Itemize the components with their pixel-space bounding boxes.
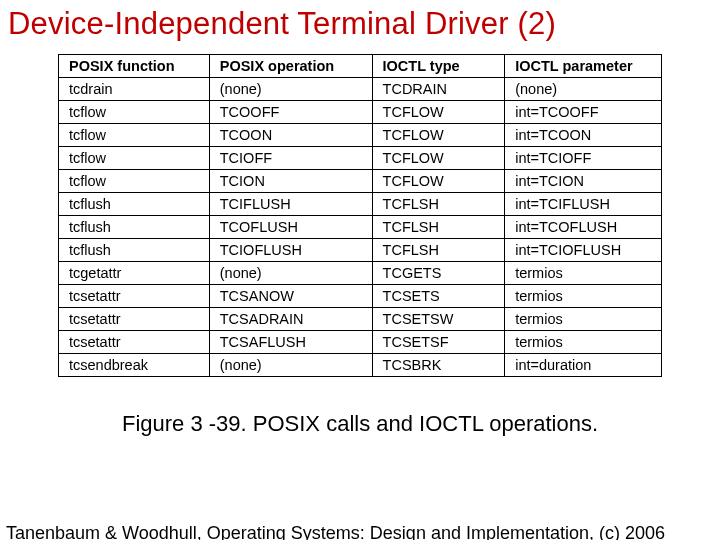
table-body: tcdrain (none) TCDRAIN (none) tcflow TCO… [59,78,662,377]
cell-operation: (none) [209,78,372,101]
cell-ioctl-type: TCSBRK [372,354,505,377]
cell-operation: TCIOFF [209,147,372,170]
cell-function: tcflow [59,124,210,147]
cell-operation: (none) [209,354,372,377]
table-row: tcflush TCOFLUSH TCFLSH int=TCOFLUSH [59,216,662,239]
table-row: tcflow TCION TCFLOW int=TCION [59,170,662,193]
cell-ioctl-param: int=TCIOFF [505,147,662,170]
table-row: tcflow TCOON TCFLOW int=TCOON [59,124,662,147]
cell-ioctl-param: int=TCIOFLUSH [505,239,662,262]
cell-ioctl-param: int=TCIFLUSH [505,193,662,216]
cell-function: tcflow [59,170,210,193]
table-row: tcflow TCOOFF TCFLOW int=TCOOFF [59,101,662,124]
cell-ioctl-type: TCGETS [372,262,505,285]
slide-title: Device-Independent Terminal Driver (2) [0,0,720,46]
table-container: POSIX function POSIX operation IOCTL typ… [58,54,662,377]
posix-ioctl-table: POSIX function POSIX operation IOCTL typ… [58,54,662,377]
table-row: tcgetattr (none) TCGETS termios [59,262,662,285]
cell-function: tcflow [59,147,210,170]
cell-operation: TCSANOW [209,285,372,308]
table-row: tcflow TCIOFF TCFLOW int=TCIOFF [59,147,662,170]
cell-ioctl-type: TCFLOW [372,124,505,147]
cell-ioctl-type: TCSETSW [372,308,505,331]
cell-function: tcflush [59,216,210,239]
cell-function: tcdrain [59,78,210,101]
table-row: tcsetattr TCSADRAIN TCSETSW termios [59,308,662,331]
cell-operation: TCION [209,170,372,193]
cell-ioctl-param: int=TCION [505,170,662,193]
cell-function: tcsetattr [59,285,210,308]
cell-operation: TCSAFLUSH [209,331,372,354]
cell-function: tcflush [59,239,210,262]
cell-operation: TCOFLUSH [209,216,372,239]
cell-function: tcflush [59,193,210,216]
cell-function: tcsendbreak [59,354,210,377]
cell-ioctl-type: TCSETS [372,285,505,308]
slide: Device-Independent Terminal Driver (2) P… [0,0,720,540]
cell-ioctl-param: int=duration [505,354,662,377]
cell-operation: TCOON [209,124,372,147]
cell-operation: TCIFLUSH [209,193,372,216]
table-row: tcflush TCIFLUSH TCFLSH int=TCIFLUSH [59,193,662,216]
figure-caption: Figure 3 -39. POSIX calls and IOCTL oper… [0,411,720,437]
cell-ioctl-type: TCSETSF [372,331,505,354]
table-row: tcsendbreak (none) TCSBRK int=duration [59,354,662,377]
cell-ioctl-param: int=TCOON [505,124,662,147]
table-row: tcsetattr TCSAFLUSH TCSETSF termios [59,331,662,354]
cell-ioctl-type: TCFLSH [372,216,505,239]
slide-footer: Tanenbaum & Woodhull, Operating Systems:… [0,523,671,540]
cell-function: tcflow [59,101,210,124]
cell-ioctl-type: TCFLSH [372,239,505,262]
cell-operation: TCIOFLUSH [209,239,372,262]
cell-ioctl-type: TCFLOW [372,170,505,193]
table-row: tcsetattr TCSANOW TCSETS termios [59,285,662,308]
cell-ioctl-param: termios [505,285,662,308]
table-row: tcdrain (none) TCDRAIN (none) [59,78,662,101]
cell-function: tcsetattr [59,308,210,331]
cell-ioctl-type: TCFLOW [372,147,505,170]
cell-ioctl-param: termios [505,308,662,331]
header-posix-function: POSIX function [59,55,210,78]
cell-function: tcsetattr [59,331,210,354]
cell-ioctl-type: TCFLSH [372,193,505,216]
table-row: tcflush TCIOFLUSH TCFLSH int=TCIOFLUSH [59,239,662,262]
cell-operation: TCSADRAIN [209,308,372,331]
cell-ioctl-param: int=TCOOFF [505,101,662,124]
header-posix-operation: POSIX operation [209,55,372,78]
cell-operation: (none) [209,262,372,285]
cell-ioctl-param: termios [505,262,662,285]
table-header-row: POSIX function POSIX operation IOCTL typ… [59,55,662,78]
header-ioctl-type: IOCTL type [372,55,505,78]
header-ioctl-parameter: IOCTL parameter [505,55,662,78]
cell-ioctl-param: (none) [505,78,662,101]
cell-ioctl-param: int=TCOFLUSH [505,216,662,239]
cell-ioctl-type: TCFLOW [372,101,505,124]
cell-operation: TCOOFF [209,101,372,124]
cell-function: tcgetattr [59,262,210,285]
cell-ioctl-param: termios [505,331,662,354]
cell-ioctl-type: TCDRAIN [372,78,505,101]
